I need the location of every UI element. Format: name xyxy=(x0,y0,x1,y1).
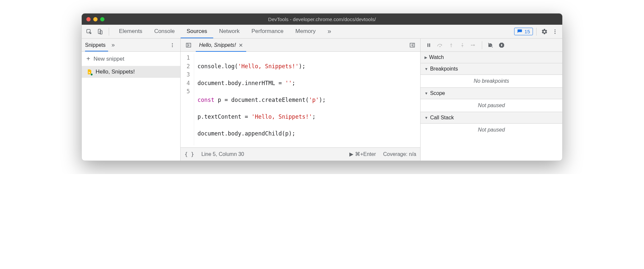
tab-sources[interactable]: Sources xyxy=(181,25,213,38)
tab-memory[interactable]: Memory xyxy=(289,25,321,38)
code-line: console.log('Hello, Snippets!'); xyxy=(197,62,326,71)
breakpoints-empty-text: No breakpoints xyxy=(421,75,562,88)
editor-file-tab[interactable]: Hello, Snippets! ✕ xyxy=(196,42,246,52)
issues-badge[interactable]: 15 xyxy=(514,28,533,35)
svg-point-6 xyxy=(172,43,173,44)
plus-icon: + xyxy=(86,55,90,63)
debugger-toolbar xyxy=(421,39,562,52)
code-content: console.log('Hello, Snippets!'); documen… xyxy=(194,54,326,145)
window-title: DevTools - developer.chrome.com/docs/dev… xyxy=(82,16,562,22)
breakpoints-label: Breakpoints xyxy=(430,66,458,72)
show-navigator-icon[interactable] xyxy=(184,41,193,50)
editor-statusbar: { } Line 5, Column 30 ▶ ⌘+Enter Coverage… xyxy=(181,147,420,161)
editor-header: Hello, Snippets! ✕ xyxy=(181,39,420,52)
code-line: document.body.innerHTML = ''; xyxy=(197,79,326,88)
devtools-tabbar: Elements Console Sources Network Perform… xyxy=(82,25,562,39)
svg-rect-21 xyxy=(501,44,502,46)
navigator-tabs-overflow-icon[interactable]: » xyxy=(111,42,115,48)
step-over-button[interactable] xyxy=(435,41,445,50)
svg-point-4 xyxy=(555,31,556,32)
svg-point-7 xyxy=(172,45,173,45)
pause-button[interactable] xyxy=(424,41,434,50)
line-number: 1 xyxy=(187,54,190,62)
line-number: 4 xyxy=(187,79,190,88)
navigator-tab-snippets[interactable]: Snippets xyxy=(85,42,108,51)
watch-section-header[interactable]: ▶ Watch xyxy=(421,52,562,63)
editor-file-tab-label: Hello, Snippets! xyxy=(199,42,236,48)
pretty-print-icon[interactable]: { } xyxy=(185,151,194,157)
separator xyxy=(482,41,482,49)
line-gutter: 1 2 3 4 5 xyxy=(181,54,194,145)
scope-section-header[interactable]: ▼ Scope xyxy=(421,88,562,99)
editor-panel: Hello, Snippets! ✕ 1 2 3 4 5 console.log… xyxy=(181,39,421,161)
callstack-label: Call Stack xyxy=(430,115,454,121)
svg-point-17 xyxy=(462,43,463,44)
device-toolbar-icon[interactable] xyxy=(96,27,105,36)
close-tab-icon[interactable]: ✕ xyxy=(239,42,243,48)
code-editor[interactable]: 1 2 3 4 5 console.log('Hello, Snippets!'… xyxy=(181,52,420,147)
pause-on-exceptions-button[interactable] xyxy=(497,41,507,50)
coverage-label: Coverage: n/a xyxy=(383,151,416,157)
traffic-lights xyxy=(86,17,104,21)
svg-point-3 xyxy=(555,29,556,30)
run-snippet-button[interactable]: ▶ ⌘+Enter xyxy=(349,151,376,157)
tab-network[interactable]: Network xyxy=(213,25,246,38)
window-minimize-button[interactable] xyxy=(93,17,98,21)
separator xyxy=(536,28,537,36)
svg-point-8 xyxy=(172,46,173,47)
step-button[interactable] xyxy=(469,41,479,50)
new-snippet-label: New snippet xyxy=(94,56,125,62)
navigator-more-icon[interactable] xyxy=(168,41,177,50)
callstack-empty-text: Not paused xyxy=(421,124,562,136)
expand-right-icon: ▶ xyxy=(424,55,427,60)
line-number: 5 xyxy=(187,87,190,96)
scope-label: Scope xyxy=(430,90,445,96)
step-into-button[interactable] xyxy=(446,41,456,50)
window-close-button[interactable] xyxy=(86,17,91,21)
inspect-element-icon[interactable] xyxy=(84,27,94,36)
snippet-file-item[interactable]: Hello, Snippets! xyxy=(82,66,180,78)
breakpoints-section-header[interactable]: ▼ Breakpoints xyxy=(421,63,562,75)
issues-count: 15 xyxy=(524,29,530,34)
code-line: document.body.appendChild(p); xyxy=(197,130,326,138)
code-line: p.textContent = 'Hello, Snippets!'; xyxy=(197,113,326,121)
modified-dot-icon xyxy=(90,73,93,76)
navigator-tabs: Snippets » xyxy=(82,39,180,52)
tab-elements[interactable]: Elements xyxy=(113,25,148,38)
watch-label: Watch xyxy=(429,54,444,60)
navigator-panel: Snippets » + New snippet Hello, Snippets… xyxy=(82,39,181,161)
tabs-overflow-icon[interactable]: » xyxy=(322,25,337,38)
deactivate-breakpoints-button[interactable] xyxy=(485,41,495,50)
more-menu-icon[interactable] xyxy=(550,27,560,36)
tab-performance[interactable]: Performance xyxy=(246,25,289,38)
line-number: 2 xyxy=(187,62,190,71)
callstack-section-header[interactable]: ▼ Call Stack xyxy=(421,112,562,124)
svg-rect-14 xyxy=(429,43,430,47)
svg-point-18 xyxy=(471,45,472,45)
step-out-button[interactable] xyxy=(457,41,467,50)
expand-down-icon: ▼ xyxy=(424,67,428,71)
window-zoom-button[interactable] xyxy=(100,17,104,21)
code-line: const p = document.createElement('p'); xyxy=(197,96,326,105)
show-debugger-icon[interactable] xyxy=(408,41,417,50)
tab-console[interactable]: Console xyxy=(148,25,181,38)
snippet-file-icon xyxy=(86,69,92,75)
line-number: 3 xyxy=(187,71,190,79)
svg-point-5 xyxy=(555,33,556,34)
scope-empty-text: Not paused xyxy=(421,99,562,112)
play-icon: ▶ xyxy=(349,151,353,157)
snippet-file-label: Hello, Snippets! xyxy=(96,69,135,75)
settings-icon[interactable] xyxy=(540,27,549,36)
devtools-window: DevTools - developer.chrome.com/docs/dev… xyxy=(81,13,563,161)
expand-down-icon: ▼ xyxy=(424,116,428,120)
issues-icon xyxy=(517,29,522,34)
new-snippet-button[interactable]: + New snippet xyxy=(82,52,180,66)
cursor-position: Line 5, Column 30 xyxy=(201,151,244,157)
svg-point-15 xyxy=(439,46,440,47)
svg-rect-1 xyxy=(98,29,101,34)
run-shortcut-label: ⌘+Enter xyxy=(355,151,376,157)
sources-panel: Snippets » + New snippet Hello, Snippets… xyxy=(82,39,562,161)
titlebar: DevTools - developer.chrome.com/docs/dev… xyxy=(82,14,562,25)
debugger-panel: ▶ Watch ▼ Breakpoints No breakpoints ▼ S… xyxy=(421,39,562,161)
panel-tabs: Elements Console Sources Network Perform… xyxy=(113,25,514,38)
